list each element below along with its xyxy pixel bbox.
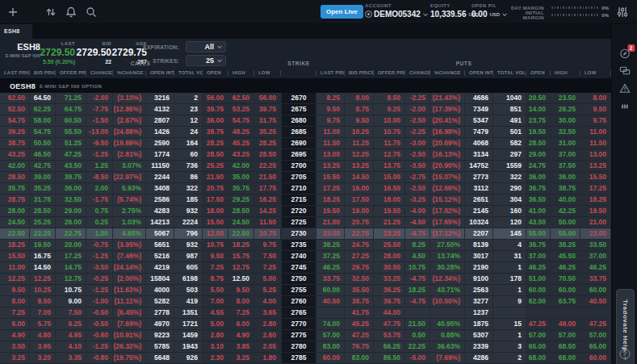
put-cell[interactable]: 9.50 bbox=[345, 115, 374, 127]
put-cell[interactable] bbox=[580, 308, 611, 319]
option-row-strike-2725[interactable]: 24.5025.2526.000.251.03%14213222415.5024… bbox=[0, 217, 611, 228]
call-cell[interactable]: (3.95%) bbox=[113, 240, 146, 251]
put-cell[interactable]: 7479 bbox=[465, 127, 493, 138]
call-cell[interactable]: 926 bbox=[174, 353, 203, 364]
put-cell[interactable]: 13.75 bbox=[374, 161, 405, 172]
put-cell[interactable]: 160 bbox=[493, 206, 526, 217]
call-cell[interactable]: 7.50 bbox=[254, 251, 281, 262]
call-cell[interactable]: 24.50 bbox=[228, 217, 254, 228]
put-cell[interactable]: 4 bbox=[493, 240, 526, 251]
put-cell[interactable]: 27.50% bbox=[430, 240, 465, 251]
put-cell[interactable]: 2207 bbox=[465, 228, 493, 240]
call-cell[interactable]: 39.25 bbox=[0, 127, 30, 138]
put-cell[interactable]: 43.71% bbox=[430, 285, 465, 296]
call-cell[interactable]: 60 bbox=[174, 149, 203, 161]
put-cell[interactable]: 17.25 bbox=[580, 183, 611, 195]
put-cell[interactable]: 3134 bbox=[465, 149, 493, 161]
put-cell[interactable]: 0.50 bbox=[405, 330, 430, 341]
put-cell[interactable]: -2.75 bbox=[405, 172, 430, 183]
option-row-strike-2695[interactable]: 43.2546.5047.25-1.25(2.81%)17746028.5043… bbox=[0, 149, 611, 161]
call-cell[interactable]: 3216 bbox=[146, 93, 174, 104]
call-cell[interactable]: 28.50 bbox=[0, 172, 30, 183]
call-cell[interactable]: 11150 bbox=[146, 161, 174, 172]
call-cell[interactable]: 58.00 bbox=[30, 115, 56, 127]
put-cell[interactable]: 9.25 bbox=[374, 104, 405, 115]
put-cell[interactable]: 21.00 bbox=[580, 217, 611, 228]
call-cell[interactable]: (26.32%) bbox=[113, 341, 146, 353]
put-cell[interactable]: 14752 bbox=[465, 161, 493, 172]
call-cell[interactable]: 15.50 bbox=[203, 217, 228, 228]
put-cell[interactable]: 45.25 bbox=[345, 319, 374, 330]
call-cell[interactable]: -1.25 bbox=[86, 251, 113, 262]
call-cell[interactable]: 36.00 bbox=[203, 115, 228, 127]
put-cell[interactable]: 10324 bbox=[465, 217, 493, 228]
call-cell[interactable]: 28.50 bbox=[30, 206, 56, 217]
call-cell[interactable]: 736 bbox=[174, 161, 203, 172]
put-cell[interactable]: 14.50 bbox=[345, 172, 374, 183]
call-cell[interactable]: 64.75 bbox=[56, 104, 86, 115]
call-cell[interactable]: 14213 bbox=[146, 217, 174, 228]
put-cell[interactable]: -4.75 bbox=[405, 274, 430, 285]
put-cell[interactable]: 8.75 bbox=[345, 104, 374, 115]
call-cell[interactable]: 1774 bbox=[146, 149, 174, 161]
call-cell[interactable]: 60.50 bbox=[56, 115, 86, 127]
call-cell[interactable]: 22.25 bbox=[254, 161, 281, 172]
call-cell[interactable]: 35.75 bbox=[228, 183, 254, 195]
call-cell[interactable]: 8.50 bbox=[30, 296, 56, 308]
put-cell[interactable]: 22.75 bbox=[345, 228, 374, 240]
put-cell[interactable]: 23.25 bbox=[374, 228, 405, 240]
put-cell[interactable]: -4.75 bbox=[405, 228, 430, 240]
put-cell[interactable]: 18.00 bbox=[374, 195, 405, 206]
calls-column-header[interactable]: LOW bbox=[254, 68, 281, 78]
call-cell[interactable]: 1351 bbox=[174, 308, 203, 319]
put-cell[interactable]: 2773 bbox=[465, 172, 493, 183]
call-cell[interactable]: 31.75 bbox=[30, 195, 56, 206]
put-cell[interactable]: 13.00 bbox=[316, 149, 345, 161]
put-cell[interactable]: 83.00 bbox=[345, 353, 374, 364]
call-cell[interactable]: 4219 bbox=[146, 262, 174, 274]
put-cell[interactable]: 11.50 bbox=[316, 138, 345, 149]
put-cell[interactable]: 49.00 bbox=[551, 319, 580, 330]
put-cell[interactable]: 36.63% bbox=[430, 341, 465, 353]
put-cell[interactable]: 60.00 bbox=[580, 353, 611, 364]
option-row-strike-2685[interactable]: 39.2554.7555.50-13.00(24.88%)14262438.75… bbox=[0, 127, 611, 138]
call-cell[interactable]: 15.50 bbox=[0, 251, 30, 262]
call-cell[interactable]: 12.50 bbox=[203, 228, 228, 240]
sort-arrows-icon[interactable] bbox=[44, 6, 57, 19]
puts-column-header[interactable]: LOW bbox=[580, 68, 611, 78]
call-cell[interactable]: 19.50 bbox=[30, 240, 56, 251]
call-cell[interactable]: 48.25 bbox=[228, 127, 254, 138]
put-cell[interactable]: -4.50 bbox=[405, 217, 430, 228]
call-cell[interactable]: 3.25 bbox=[228, 353, 254, 364]
put-cell[interactable]: -3.00 bbox=[405, 138, 430, 149]
call-cell[interactable]: 39.75 bbox=[254, 104, 281, 115]
put-cell[interactable]: (20.41%) bbox=[430, 115, 465, 127]
put-cell[interactable]: 40.00 bbox=[551, 195, 580, 206]
put-cell[interactable]: 24.75 bbox=[345, 240, 374, 251]
put-cell[interactable]: (17.12%) bbox=[430, 228, 465, 240]
put-cell[interactable]: 47.25 bbox=[345, 330, 374, 341]
call-cell[interactable]: 28.75 bbox=[0, 195, 30, 206]
call-cell[interactable]: 25.25 bbox=[203, 161, 228, 172]
put-cell[interactable]: 29.75 bbox=[345, 262, 374, 274]
put-cell[interactable]: 9.75 bbox=[580, 115, 611, 127]
call-cell[interactable]: 5.00 bbox=[203, 319, 228, 330]
open-pl-block[interactable]: OPEN P/L 0.00 USD bbox=[471, 3, 508, 19]
put-cell[interactable]: 16.50 bbox=[374, 183, 405, 195]
option-row-strike-2735[interactable]: 18.2519.5020.00-0.75(3.95%)565193210.751… bbox=[0, 240, 611, 251]
put-cell[interactable]: 10.75 bbox=[405, 262, 430, 274]
put-cell[interactable]: 8.25 bbox=[405, 240, 430, 251]
put-cell[interactable]: 47.25 bbox=[526, 319, 551, 330]
call-cell[interactable]: 5648 bbox=[146, 353, 174, 364]
option-row-strike-2670[interactable]: 62.5064.5071.25-2.00(3.10%)3216256.0062.… bbox=[0, 93, 611, 104]
call-cell[interactable]: 1.03% bbox=[113, 217, 146, 228]
open-live-button[interactable]: Open Live bbox=[321, 5, 363, 19]
put-cell[interactable]: 4.50 bbox=[405, 251, 430, 262]
put-cell[interactable]: 62.00 bbox=[526, 296, 551, 308]
call-cell[interactable]: 54.75 bbox=[228, 115, 254, 127]
call-cell[interactable]: 35.00 bbox=[228, 172, 254, 183]
put-cell[interactable]: 53.75 bbox=[374, 330, 405, 341]
warning-triangle-icon[interactable] bbox=[618, 82, 631, 94]
call-cell[interactable]: (2.81%) bbox=[113, 149, 146, 161]
call-cell[interactable]: 17.75 bbox=[254, 183, 281, 195]
